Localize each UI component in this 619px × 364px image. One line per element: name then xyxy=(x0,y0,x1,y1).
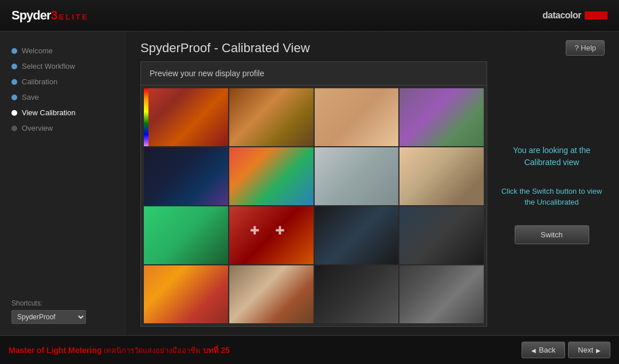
gallery-cell-13 xyxy=(144,265,228,323)
gallery-cell-3 xyxy=(315,88,399,146)
logo-number: 3 xyxy=(51,8,58,23)
sidebar-item-welcome[interactable]: Welcome xyxy=(0,43,126,58)
gallery-cell-12 xyxy=(399,206,484,264)
gallery-cell-8 xyxy=(399,147,484,205)
gallery-cell-14 xyxy=(229,265,314,323)
gallery-cell-1 xyxy=(144,88,228,146)
nav-dot-view-calibration xyxy=(11,110,17,116)
gallery-cell-16 xyxy=(399,265,484,323)
nav-buttons: Back Next xyxy=(522,342,619,358)
content-inner: Preview your new display profile ✚ ✚ xyxy=(126,61,619,335)
cross-icon-2: ✚ xyxy=(275,224,285,237)
datacolor-bar xyxy=(585,11,608,19)
sidebar-label-view-calibration: View Calibration xyxy=(22,108,76,117)
nav-dot-save xyxy=(11,95,17,100)
nav-dot-welcome xyxy=(11,48,17,54)
next-arrow-icon xyxy=(596,346,601,354)
sidebar-item-calibration[interactable]: Calibration xyxy=(0,74,126,89)
sidebar: Welcome Select Workflow Calibration Save… xyxy=(0,32,126,335)
next-button[interactable]: Next xyxy=(568,342,610,358)
gallery-grid: ✚ ✚ xyxy=(141,85,487,326)
sidebar-label-calibration: Calibration xyxy=(22,77,57,86)
footer-text: Master of Light Metering เทคนิการวัดแสงอ… xyxy=(0,344,230,357)
sidebar-item-select-workflow[interactable]: Select Workflow xyxy=(0,58,126,74)
content-header: SpyderProof - Calibrated View ? Help xyxy=(126,32,619,61)
shortcuts-area: Shortcuts: SpyderProof xyxy=(0,293,126,330)
sidebar-label-select-workflow: Select Workflow xyxy=(22,62,75,71)
back-label: Back xyxy=(539,346,555,354)
content-area: SpyderProof - Calibrated View ? Help Pre… xyxy=(126,32,619,335)
cross-icon-1: ✚ xyxy=(250,224,260,237)
shortcuts-select[interactable]: SpyderProof xyxy=(11,310,86,324)
gallery-cell-4 xyxy=(399,88,484,146)
gallery-panel: Preview your new display profile ✚ ✚ xyxy=(140,61,487,327)
sidebar-item-overview[interactable]: Overview xyxy=(0,120,126,136)
gallery-cell-9 xyxy=(144,206,228,264)
nav-dot-select-workflow xyxy=(11,64,17,69)
sidebar-label-welcome: Welcome xyxy=(22,46,53,55)
gallery-cell-6 xyxy=(229,147,314,205)
sidebar-item-save[interactable]: Save xyxy=(0,89,126,105)
footer-bold-text: Master of Light Metering xyxy=(9,346,102,355)
next-label: Next xyxy=(578,346,593,354)
logo-area: Spyder 3 ELITE xyxy=(11,8,89,23)
logo-elite: ELITE xyxy=(59,13,89,21)
nav-dot-calibration xyxy=(11,79,17,85)
footer-lesson-num: บทที่ 25 xyxy=(203,346,229,355)
sidebar-label-overview: Overview xyxy=(22,124,53,132)
gallery-header: Preview your new display profile xyxy=(141,62,487,85)
gallery-cell-15 xyxy=(315,265,399,323)
datacolor-logo: datacolor xyxy=(542,10,608,21)
back-button[interactable]: Back xyxy=(522,342,565,358)
page-title: SpyderProof - Calibrated View xyxy=(140,41,310,56)
sidebar-label-save: Save xyxy=(22,93,39,101)
switch-button[interactable]: Switch xyxy=(515,225,589,244)
gallery-cell-10: ✚ ✚ xyxy=(229,206,314,264)
gallery-cell-11 xyxy=(315,206,399,264)
calibrated-view-text: You are looking at the Calibrated view xyxy=(513,144,590,169)
gallery-cell-5 xyxy=(144,147,228,205)
nav-dot-overview xyxy=(11,126,17,131)
gallery-cell-7 xyxy=(315,147,399,205)
datacolor-text: datacolor xyxy=(542,10,581,21)
main-content: Welcome Select Workflow Calibration Save… xyxy=(0,32,619,335)
switch-instruction-text: Click the Switch button to view the Unca… xyxy=(502,186,602,208)
sidebar-item-view-calibration[interactable]: View Calibration xyxy=(0,105,126,120)
gallery-cell-2 xyxy=(229,88,314,146)
logo-spyder: Spyder xyxy=(11,8,51,23)
back-arrow-icon xyxy=(531,346,536,354)
footer-thai-text2: เทคนิการวัดแสงอย่างมืออาชีพ xyxy=(104,346,201,355)
app-header: Spyder 3 ELITE datacolor xyxy=(0,0,619,32)
help-button[interactable]: ? Help xyxy=(566,40,605,56)
right-panel: You are looking at the Calibrated view C… xyxy=(499,61,605,327)
app-footer: Master of Light Metering เทคนิการวัดแสงอ… xyxy=(0,335,619,364)
shortcuts-label: Shortcuts: xyxy=(11,299,115,307)
